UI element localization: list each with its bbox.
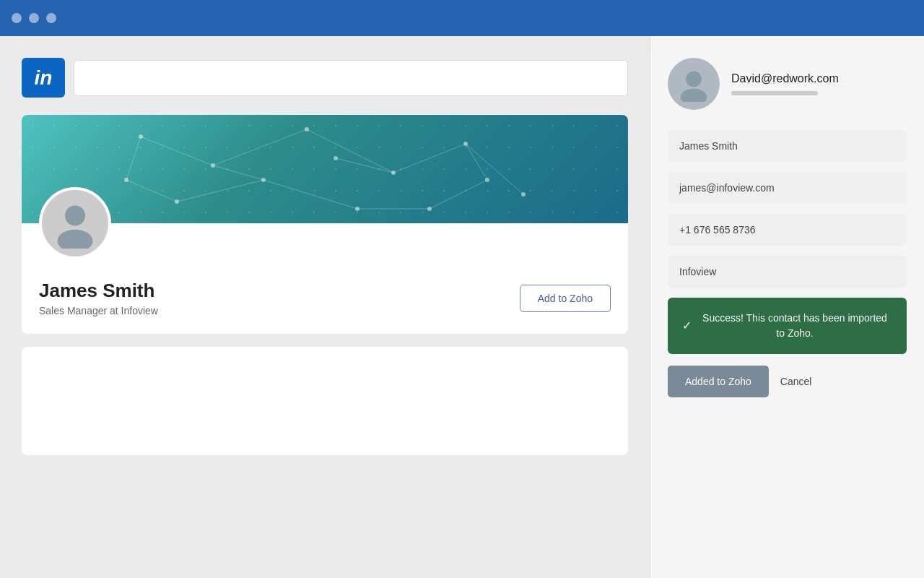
window-dot-3 <box>46 13 56 23</box>
right-panel: David@redwork.com ✓ Success! This contac… <box>650 36 924 578</box>
svg-line-24 <box>126 137 141 180</box>
window-dot-1 <box>12 13 22 23</box>
svg-line-22 <box>213 165 263 180</box>
svg-line-23 <box>336 158 393 173</box>
empty-card <box>22 347 628 455</box>
contact-phone-field[interactable] <box>668 214 907 246</box>
svg-line-16 <box>393 144 466 173</box>
bottom-buttons: Added to Zoho Cancel <box>668 366 907 397</box>
left-panel: in <box>0 36 650 578</box>
search-input[interactable] <box>74 60 628 96</box>
profile-job-title: Sales Manager at Infoview <box>39 305 158 316</box>
user-email: David@redwork.com <box>731 72 839 85</box>
svg-point-28 <box>58 230 93 249</box>
contact-name-field[interactable] <box>668 130 907 162</box>
profile-info-row: James Smith Sales Manager at Infoview Ad… <box>39 280 611 316</box>
svg-line-15 <box>307 129 393 173</box>
window-dot-2 <box>29 13 39 23</box>
success-check-icon: ✓ <box>682 317 692 335</box>
profile-card: James Smith Sales Manager at Infoview Ad… <box>22 115 628 334</box>
success-message-box: ✓ Success! This contact has been importe… <box>668 298 907 354</box>
svg-line-14 <box>213 129 307 165</box>
profile-person-icon <box>50 198 100 249</box>
svg-point-29 <box>686 72 702 87</box>
user-sub-bar <box>731 91 818 95</box>
linkedin-logo: in <box>22 58 65 98</box>
titlebar <box>0 0 924 36</box>
svg-point-27 <box>65 206 85 226</box>
profile-info: James Smith Sales Manager at Infoview <box>39 280 158 316</box>
user-avatar <box>668 58 720 110</box>
svg-point-30 <box>681 89 707 102</box>
svg-line-13 <box>141 137 213 165</box>
search-area: in <box>22 58 628 98</box>
added-to-zoho-button[interactable]: Added to Zoho <box>668 366 769 397</box>
success-message-text: Success! This contact has been imported … <box>697 311 892 341</box>
main-layout: in <box>0 36 924 578</box>
user-avatar-icon <box>676 66 712 102</box>
svg-line-26 <box>466 144 487 180</box>
profile-avatar-wrap <box>39 187 611 259</box>
user-header: David@redwork.com <box>668 58 907 110</box>
contact-email-field[interactable] <box>668 172 907 204</box>
profile-avatar <box>39 187 111 259</box>
contact-company-field[interactable] <box>668 256 907 288</box>
add-to-zoho-button[interactable]: Add to Zoho <box>520 285 611 312</box>
cancel-button[interactable]: Cancel <box>780 376 812 387</box>
profile-name: James Smith <box>39 280 158 302</box>
profile-body: James Smith Sales Manager at Infoview Ad… <box>22 223 628 334</box>
user-info: David@redwork.com <box>731 72 839 95</box>
